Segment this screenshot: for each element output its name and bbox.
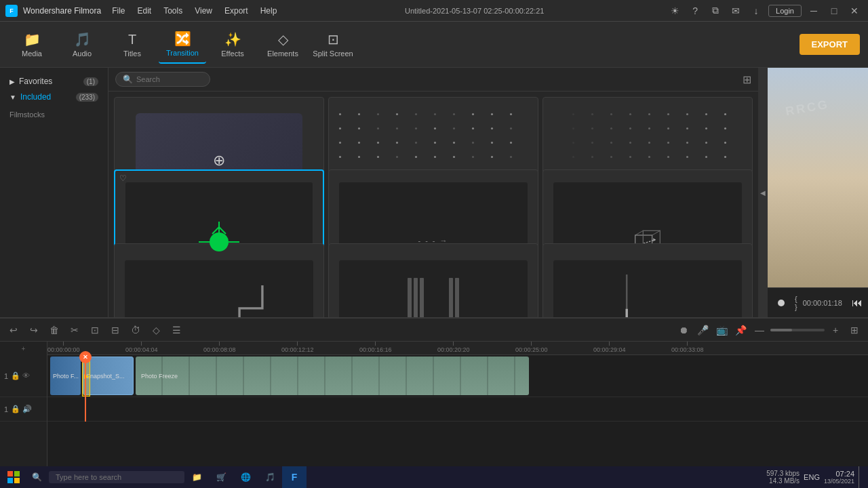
search-box: 🔍	[115, 72, 210, 87]
toolbar-split-screen[interactable]: ⊡ Split Screen	[309, 26, 357, 64]
add-track-button[interactable]: +	[0, 342, 47, 355]
menu-bar: File Edit Tools View Export Help	[106, 5, 282, 17]
tl-v1-number: 1	[4, 372, 8, 380]
clip-photo-freeze-2[interactable]: Photo Freeze	[136, 357, 529, 395]
menu-tools[interactable]: Tools	[158, 5, 188, 17]
search-icon: 🔍	[123, 75, 133, 84]
ruler-mark-5: 00:00:20:20	[437, 342, 470, 353]
filmstocks-label[interactable]: Filmstocks	[0, 105, 108, 121]
taskbar-show-desktop[interactable]	[859, 466, 863, 488]
email-icon[interactable]: ✉	[728, 3, 744, 19]
help-icon[interactable]: ?	[687, 3, 703, 19]
taskbar-chrome[interactable]: 🌐	[233, 466, 258, 488]
ruler-mark-8: 00:00:33:08	[671, 342, 704, 353]
transitions-panel: 🔍 ⊞ ⊕ WondershareFilmstock	[108, 68, 758, 317]
timeline-toolbar: ↩ ↪ 🗑 ✂ ⊡ ⊟ ⏱ ◇ ☰ ⏺ 🎤 📺 📌 — + ⊞	[0, 319, 868, 342]
titlebar: F Wondershare Filmora File Edit Tools Vi…	[0, 0, 868, 22]
toolbar-titles[interactable]: T Titles	[108, 26, 156, 64]
toolbar-media[interactable]: 📁 Media	[8, 26, 56, 64]
chevron-right-icon: ▶	[9, 78, 15, 85]
tl-cut-button[interactable]: ✂	[66, 322, 83, 338]
ruler-mark-6: 00:00:25:00	[515, 342, 548, 353]
tl-list-button[interactable]: ☰	[168, 322, 184, 338]
menu-export[interactable]: Export	[219, 5, 254, 17]
start-button[interactable]	[3, 466, 24, 488]
menu-file[interactable]: File	[106, 5, 130, 17]
tl-fit-button[interactable]: ⊞	[846, 322, 863, 338]
transition-tile-wipe[interactable]	[542, 243, 753, 317]
grid-view-button[interactable]: ⊞	[743, 73, 751, 86]
menu-help[interactable]: Help	[255, 5, 283, 17]
taskbar-itunes[interactable]: 🎵	[258, 466, 282, 488]
ruler-mark-4: 00:00:16:16	[359, 342, 392, 353]
toolbar-elements[interactable]: ◇ Elements	[259, 26, 307, 64]
playhead[interactable]: ✕	[85, 355, 86, 422]
preview-video: RRCG RRCG RRCG 人人素材 AASHIKBAR	[768, 68, 868, 287]
export-button[interactable]: EXPORT	[800, 34, 860, 55]
toolbar-transition[interactable]: 🔀 Transition	[159, 26, 206, 64]
maximize-button[interactable]: □	[826, 3, 842, 19]
language-indicator[interactable]: ENG	[804, 473, 820, 481]
filmstock-icon: ⊕	[213, 152, 225, 169]
taskbar-search-icon[interactable]: 🔍	[24, 466, 49, 488]
tl-zoom-out-button[interactable]: —	[751, 322, 768, 338]
tl-v1-eye-icon[interactable]: 👁	[22, 371, 30, 380]
download-icon[interactable]: ↓	[748, 3, 764, 19]
tl-redo-button[interactable]: ↪	[26, 322, 42, 338]
tl-delete-button[interactable]: 🗑	[46, 322, 62, 338]
taskbar-search-input[interactable]	[49, 471, 184, 483]
search-input[interactable]	[136, 75, 204, 83]
restore-icon[interactable]: ⧉	[707, 3, 724, 19]
wipe-icon	[556, 274, 720, 317]
taskbar-filmora[interactable]: F	[282, 466, 307, 488]
svg-rect-29	[7, 478, 13, 483]
tl-record-button[interactable]: ⏺	[675, 322, 692, 338]
tl-crop-button[interactable]: ⊡	[87, 322, 103, 338]
tl-split-button[interactable]: ⊟	[107, 322, 123, 338]
menu-edit[interactable]: Edit	[132, 5, 157, 17]
sidebar-included[interactable]: ▼ Included (233)	[3, 89, 105, 104]
clip-snapshot[interactable]: Snapshot_S...	[83, 357, 134, 395]
clip-birds-pattern: Photo Freeze	[136, 357, 529, 395]
collapse-panel-button[interactable]: ◀	[758, 68, 768, 317]
close-button[interactable]: ✕	[846, 3, 863, 19]
taskbar-file-explorer[interactable]: 📁	[184, 466, 209, 488]
preview-area: RRCG RRCG RRCG 人人素材 AASHIKBAR	[768, 68, 868, 317]
login-button[interactable]: Login	[768, 5, 802, 17]
svg-rect-27	[7, 471, 13, 476]
file-title: Untitled-2021-05-13-07 02:25-00:00:22:21	[405, 7, 545, 15]
clip-photo-freeze-1[interactable]: Photo F...	[50, 357, 81, 395]
toolbar-effects[interactable]: ✨ Effects	[209, 26, 256, 64]
transition-tile-steps[interactable]	[114, 243, 324, 317]
watermark-rrcg-1: RRCG	[784, 97, 830, 119]
minimize-button[interactable]: ─	[806, 3, 822, 19]
tl-pip-button[interactable]: 📺	[713, 322, 730, 338]
taskbar: 🔍 📁 🛒 🌐 🎵 F 597.3 kbps 14.3 MB/s ENG 07:…	[0, 466, 868, 488]
tl-a1-speaker-icon[interactable]: 🔊	[22, 405, 32, 413]
sidebar-favorites[interactable]: ▶ Favorites (1)	[3, 74, 105, 89]
step-back-button[interactable]: ⏮	[848, 293, 867, 312]
tl-tracks: ✕ Photo F... Snapshot_S...	[47, 355, 868, 422]
tl-mic-button[interactable]: 🎤	[694, 322, 711, 338]
tl-zoom-controls: ⏺ 🎤 📺 📌 — + ⊞	[675, 322, 863, 338]
tl-snap-button[interactable]: 📌	[732, 322, 749, 338]
taskbar-right: 597.3 kbps 14.3 MB/s ENG 07:24 13/05/202…	[766, 466, 865, 488]
tl-a1-lock-icon[interactable]: 🔒	[11, 405, 20, 413]
transition-tile-slide[interactable]: - →	[328, 243, 538, 317]
tl-marker-button[interactable]: ◇	[148, 322, 164, 338]
tl-zoom-slider[interactable]	[770, 329, 825, 331]
tl-zoom-in-button[interactable]: +	[827, 322, 844, 338]
time-brackets: { }	[795, 295, 797, 311]
tl-audio-button[interactable]: ⏱	[127, 322, 144, 338]
svg-rect-30	[14, 478, 20, 483]
toolbar-audio[interactable]: 🎵 Audio	[58, 26, 106, 64]
svg-rect-28	[14, 471, 20, 476]
timeline: ↩ ↪ 🗑 ✂ ⊡ ⊟ ⏱ ◇ ☰ ⏺ 🎤 📺 📌 — + ⊞	[0, 317, 868, 466]
notification-icon[interactable]: ☀	[667, 3, 683, 19]
tl-label-v1: 1 🔒 👁	[0, 355, 47, 397]
tl-a1-number: 1	[4, 405, 8, 413]
tl-v1-lock-icon[interactable]: 🔒	[11, 371, 20, 380]
taskbar-store[interactable]: 🛒	[209, 466, 233, 488]
menu-view[interactable]: View	[189, 5, 218, 17]
tl-undo-button[interactable]: ↩	[5, 322, 22, 338]
